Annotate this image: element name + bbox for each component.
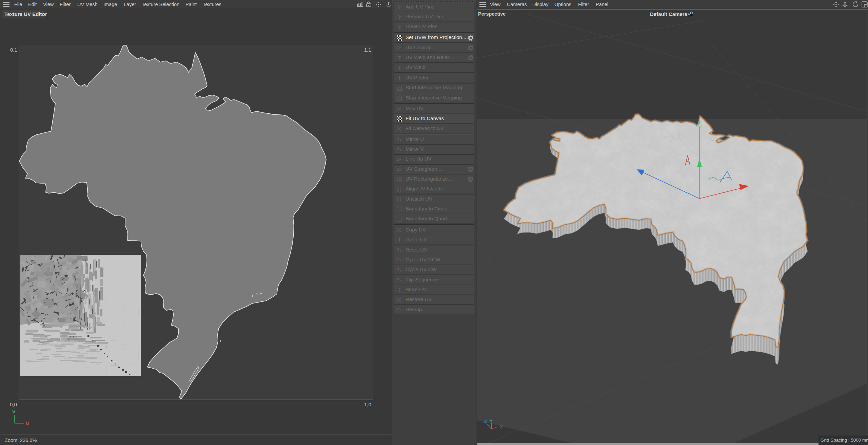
svg-text:X: X bbox=[500, 424, 503, 429]
svg-text:Y: Y bbox=[490, 419, 493, 424]
svg-text:Z: Z bbox=[484, 419, 487, 424]
